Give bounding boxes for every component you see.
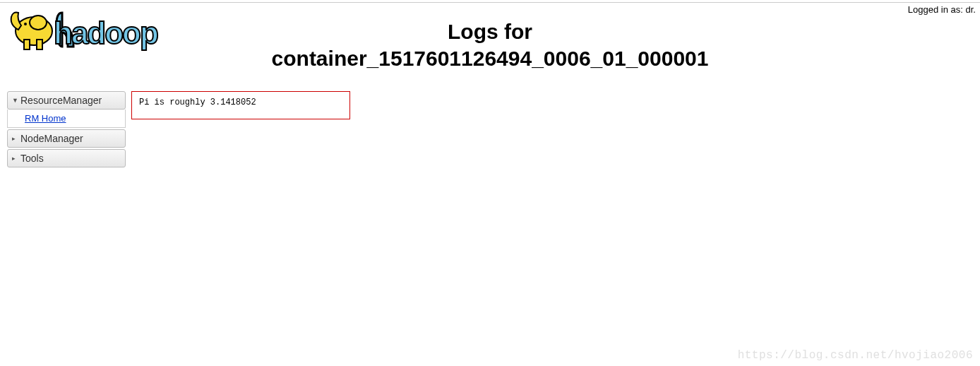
title-line-1: Logs for [448,20,532,43]
sidebar-item-rm-home[interactable]: RM Home [7,110,126,128]
title-line-2: container_1517601126494_0006_01_000001 [272,47,709,70]
sidebar: ▼ ResourceManager RM Home ▸ NodeManager … [7,91,126,167]
log-content: Pi is roughly 3.1418052 [139,98,256,107]
svg-point-1 [30,16,47,30]
svg-rect-3 [24,40,30,49]
sidebar-section-nodemanager[interactable]: ▸ NodeManager [7,129,126,148]
chevron-right-icon: ▸ [12,155,18,162]
sidebar-section-label: ResourceManager [20,95,102,106]
sidebar-section-tools[interactable]: ▸ Tools [7,149,126,167]
rm-home-link[interactable]: RM Home [25,113,66,124]
log-output: Pi is roughly 3.1418052 [131,91,350,119]
svg-text:hadoop: hadoop [54,16,158,50]
svg-rect-4 [37,40,42,49]
hadoop-logo: hadoop [4,4,216,55]
sidebar-section-label: Tools [20,153,44,164]
sidebar-section-resourcemanager[interactable]: ▼ ResourceManager [7,91,126,110]
svg-point-2 [24,23,27,25]
watermark: https://blog.csdn.net/hvojiao2006 [738,349,973,362]
chevron-right-icon: ▸ [12,135,18,142]
sidebar-section-label: NodeManager [20,133,83,144]
chevron-down-icon: ▼ [12,97,18,104]
